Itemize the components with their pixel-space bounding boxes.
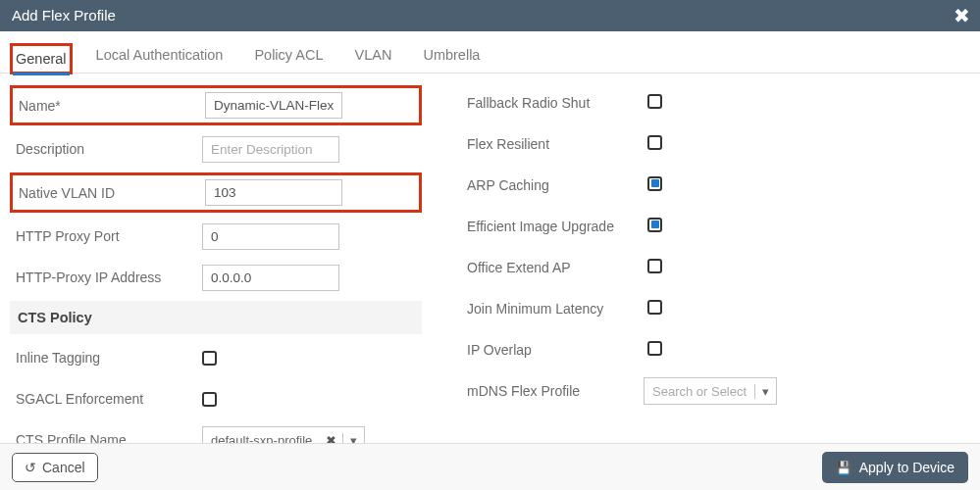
- label-native-vlan: Native VLAN ID: [19, 185, 205, 201]
- label-sgacl: SGACL Enforcement: [16, 391, 202, 407]
- http-ip-input[interactable]: [202, 265, 339, 291]
- mdns-profile-select[interactable]: Search or Select ▾: [644, 377, 777, 405]
- flex-resilient-checkbox[interactable]: [647, 135, 662, 150]
- row-fallback: Fallback Radio Shut: [461, 85, 873, 121]
- ip-overlap-checkbox[interactable]: [647, 341, 662, 356]
- tab-local-authentication[interactable]: Local Authentication: [94, 43, 226, 67]
- close-icon[interactable]: ✖: [954, 0, 970, 31]
- native-vlan-input[interactable]: [205, 179, 342, 206]
- row-eff-img: Efficient Image Upgrade: [461, 209, 873, 244]
- row-flex-resilient: Flex Resilient: [461, 126, 873, 162]
- apply-label: Apply to Device: [859, 460, 954, 475]
- join-min-checkbox[interactable]: [647, 300, 662, 315]
- row-http-ip: HTTP-Proxy IP Address: [10, 260, 422, 295]
- inline-tagging-checkbox[interactable]: [202, 351, 217, 366]
- label-office-extend: Office Extend AP: [467, 260, 644, 275]
- modal-footer: Cancel Apply to Device: [0, 443, 980, 490]
- row-description: Description: [10, 131, 422, 167]
- fallback-checkbox[interactable]: [647, 94, 662, 109]
- row-office-extend: Office Extend AP: [461, 250, 873, 285]
- row-name: Name*: [10, 85, 422, 125]
- row-ip-overlap: IP Overlap: [461, 332, 873, 368]
- cancel-button[interactable]: Cancel: [12, 453, 98, 482]
- label-inline-tagging: Inline Tagging: [16, 350, 202, 366]
- tab-policy-acl[interactable]: Policy ACL: [252, 43, 325, 67]
- tab-bar: General Local Authentication Policy ACL …: [0, 31, 980, 74]
- label-description: Description: [16, 141, 202, 157]
- label-flex-resilient: Flex Resilient: [467, 136, 644, 152]
- label-arp-caching: ARP Caching: [467, 177, 644, 193]
- modal-titlebar: Add Flex Profile ✖: [0, 0, 980, 31]
- row-http-port: HTTP Proxy Port: [10, 219, 422, 254]
- description-input[interactable]: [202, 136, 339, 163]
- chevron-down-icon[interactable]: ▾: [754, 384, 776, 399]
- save-icon: [836, 460, 851, 475]
- mdns-placeholder-text: Search or Select: [645, 384, 754, 399]
- label-name: Name*: [19, 98, 205, 114]
- label-fallback: Fallback Radio Shut: [467, 95, 644, 111]
- office-extend-checkbox[interactable]: [647, 259, 662, 273]
- label-http-port: HTTP Proxy Port: [16, 228, 202, 244]
- cancel-label: Cancel: [42, 460, 85, 475]
- name-input[interactable]: [205, 92, 342, 119]
- row-inline-tagging: Inline Tagging: [10, 340, 422, 375]
- tab-umbrella[interactable]: Umbrella: [421, 43, 482, 67]
- reload-icon: [25, 460, 36, 475]
- arp-caching-checkbox[interactable]: [647, 176, 662, 191]
- left-column: Name* Description Native VLAN ID HTTP Pr…: [10, 79, 422, 464]
- eff-img-checkbox[interactable]: [647, 218, 662, 232]
- tab-vlan[interactable]: VLAN: [353, 43, 394, 67]
- label-http-ip: HTTP-Proxy IP Address: [16, 270, 202, 285]
- cts-policy-heading: CTS Policy: [10, 301, 422, 334]
- label-join-min: Join Minimum Latency: [467, 301, 644, 317]
- label-eff-img: Efficient Image Upgrade: [467, 219, 644, 234]
- sgacl-checkbox[interactable]: [202, 392, 217, 407]
- row-mdns: mDNS Flex Profile Search or Select ▾: [461, 373, 873, 409]
- label-ip-overlap: IP Overlap: [467, 342, 644, 358]
- form-content: Name* Description Native VLAN ID HTTP Pr…: [0, 74, 980, 475]
- modal-title: Add Flex Profile: [12, 7, 116, 24]
- label-mdns: mDNS Flex Profile: [467, 383, 644, 399]
- http-port-input[interactable]: [202, 223, 339, 250]
- row-join-min: Join Minimum Latency: [461, 291, 873, 326]
- apply-button[interactable]: Apply to Device: [822, 452, 968, 483]
- row-arp-caching: ARP Caching: [461, 168, 873, 203]
- right-column: Fallback Radio Shut Flex Resilient ARP C…: [461, 79, 873, 464]
- row-native-vlan: Native VLAN ID: [10, 172, 422, 213]
- tab-general[interactable]: General: [10, 43, 73, 74]
- row-sgacl: SGACL Enforcement: [10, 381, 422, 416]
